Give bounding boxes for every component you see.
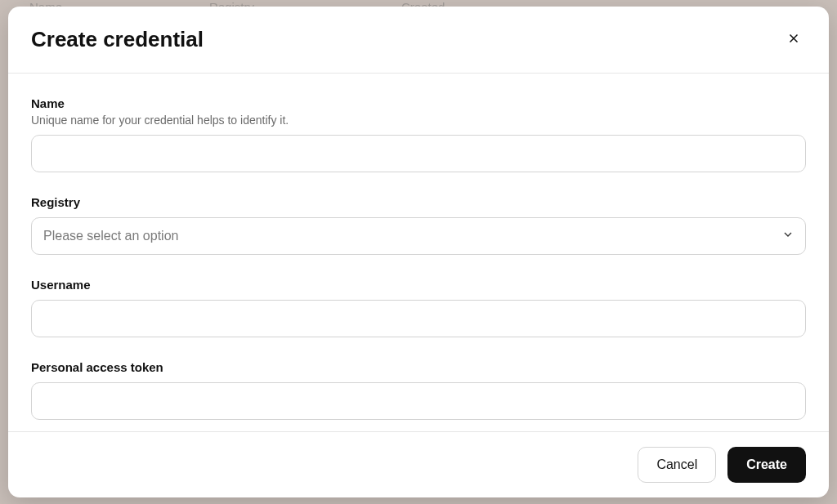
create-button[interactable]: Create	[727, 447, 806, 483]
close-button[interactable]	[781, 26, 806, 53]
token-input[interactable]	[31, 382, 806, 420]
form-group-name: Name Unique name for your credential hel…	[31, 96, 806, 172]
modal-header: Create credential	[8, 7, 829, 74]
create-credential-modal: Create credential Name Unique name for y…	[8, 7, 829, 497]
registry-select-display: Please select an option	[31, 217, 806, 255]
modal-footer: Cancel Create	[8, 431, 829, 497]
token-label: Personal access token	[31, 360, 806, 374]
form-group-username: Username	[31, 278, 806, 337]
modal-title: Create credential	[31, 27, 204, 52]
registry-label: Registry	[31, 195, 806, 209]
form-group-registry: Registry Please select an option	[31, 195, 806, 255]
close-icon	[786, 31, 801, 48]
name-input[interactable]	[31, 135, 806, 172]
registry-select[interactable]: Please select an option	[31, 217, 806, 255]
name-label: Name	[31, 96, 806, 110]
modal-body: Name Unique name for your credential hel…	[8, 74, 829, 431]
form-group-token: Personal access token	[31, 360, 806, 420]
username-label: Username	[31, 278, 806, 292]
name-description: Unique name for your credential helps to…	[31, 114, 806, 127]
cancel-button[interactable]: Cancel	[638, 447, 716, 483]
username-input[interactable]	[31, 300, 806, 337]
